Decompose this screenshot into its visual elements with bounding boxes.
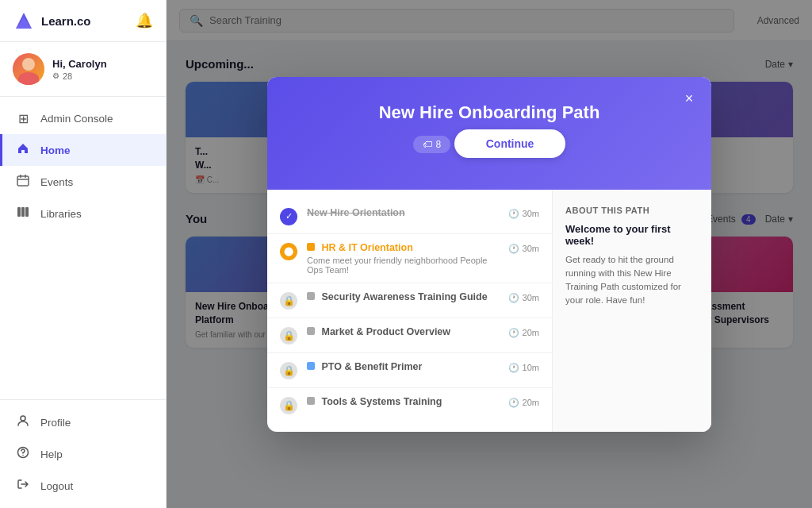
item-color-tag <box>307 362 315 370</box>
sidebar-item-home[interactable]: Home <box>0 134 166 166</box>
events-icon <box>15 174 31 190</box>
user-info: Hi, Carolyn ⚙ 28 <box>52 58 153 81</box>
sidebar-bottom-nav: Profile Help Logout <box>0 399 166 508</box>
modal-close-button[interactable]: × <box>678 88 700 110</box>
badge-count: 8 <box>436 139 442 150</box>
item-duration: 🕐 10m <box>508 363 539 373</box>
modal-badge: 🏷 8 <box>413 136 451 153</box>
logout-icon <box>15 478 31 494</box>
modal-body: ✓ New Hire Orientation 🕐 30m ⬤ <box>267 190 711 432</box>
svg-marker-1 <box>16 17 32 29</box>
user-greeting: Hi, Carolyn <box>52 58 153 70</box>
home-icon <box>15 142 31 158</box>
sidebar-item-label: Help <box>40 448 63 460</box>
libraries-icon <box>15 206 31 221</box>
sidebar-item-label: Home <box>40 144 71 156</box>
user-area: Hi, Carolyn ⚙ 28 <box>0 42 166 97</box>
profile-icon <box>15 414 31 430</box>
logo-icon <box>13 10 35 32</box>
tag-icon: 🏷 <box>423 139 432 150</box>
clock-icon: 🕐 <box>508 398 519 408</box>
modal: × New Hire Onboarding Path 🏷 8 Continue … <box>267 77 711 432</box>
main-content: 🔍 Advanced Upcoming... Date ▾ T...W... 📅… <box>167 0 812 508</box>
sidebar-item-label: Profile <box>40 417 71 429</box>
item-title: Security Awareness Training Guide <box>307 291 499 302</box>
aside-highlight: Welcome to your first week! <box>565 223 699 247</box>
list-item[interactable]: 🔒 Market & Product Overview 🕐 20m <box>267 318 552 353</box>
course-list: ✓ New Hire Orientation 🕐 30m ⬤ <box>267 190 553 432</box>
svg-point-8 <box>22 455 24 456</box>
locked-icon: 🔒 <box>280 327 297 344</box>
clock-icon: 🕐 <box>508 293 519 303</box>
item-content: Security Awareness Training Guide <box>307 291 499 305</box>
item-title: Tools & Systems Training <box>307 396 499 407</box>
modal-continue-button[interactable]: Continue <box>454 129 566 158</box>
clock-icon: 🕐 <box>508 363 519 373</box>
item-color-tag <box>307 327 315 335</box>
svg-rect-2 <box>17 176 29 186</box>
modal-aside: ABOUT THIS PATH Welcome to your first we… <box>553 190 711 432</box>
user-points: ⚙ 28 <box>52 71 153 81</box>
modal-title: New Hire Onboarding Path <box>286 102 692 123</box>
sidebar-item-help[interactable]: Help <box>0 438 166 470</box>
item-content: HR & IT Orientation Come meet your frien… <box>307 242 499 275</box>
item-title: PTO & Benefit Primer <box>307 361 499 372</box>
sidebar-item-libraries[interactable]: Libraries <box>0 198 166 229</box>
clock-icon: 🕐 <box>508 328 519 338</box>
sidebar-item-admin-console[interactable]: ⊞ Admin Console <box>0 103 166 134</box>
active-icon: ⬤ <box>280 243 297 260</box>
locked-icon: 🔒 <box>280 292 297 310</box>
clock-icon: 🕐 <box>508 244 519 254</box>
sidebar: Learn.co 🔔 Hi, Carolyn ⚙ 28 ⊞ Admin Cons… <box>0 0 167 508</box>
sidebar-item-label: Libraries <box>40 208 82 220</box>
item-duration: 🕐 30m <box>508 244 539 254</box>
modal-header: × New Hire Onboarding Path 🏷 8 Continue <box>267 77 711 190</box>
clock-icon: 🕐 <box>508 209 519 219</box>
main-nav: ⊞ Admin Console Home Events Libraries <box>0 97 166 399</box>
sidebar-header: Learn.co 🔔 <box>0 0 166 42</box>
modal-overlay[interactable]: × New Hire Onboarding Path 🏷 8 Continue … <box>167 0 812 508</box>
aside-text: Get ready to hit the ground running with… <box>565 253 699 308</box>
list-item[interactable]: ⬤ HR & IT Orientation Come meet your fri… <box>267 234 552 283</box>
aside-title: ABOUT THIS PATH <box>565 206 699 215</box>
locked-icon: 🔒 <box>280 362 297 379</box>
sidebar-item-label: Admin Console <box>40 113 113 125</box>
item-content: PTO & Benefit Primer <box>307 361 499 375</box>
svg-rect-5 <box>25 207 29 217</box>
item-duration: 🕐 20m <box>508 328 539 338</box>
sidebar-item-logout[interactable]: Logout <box>0 470 166 502</box>
item-duration: 🕐 30m <box>508 293 539 303</box>
list-item[interactable]: 🔒 Tools & Systems Training 🕐 20m <box>267 388 552 422</box>
svg-rect-4 <box>21 207 25 217</box>
avatar-image <box>13 53 44 85</box>
item-title: HR & IT Orientation <box>307 242 499 253</box>
completed-icon: ✓ <box>280 208 297 225</box>
item-content: Tools & Systems Training <box>307 396 499 410</box>
item-color-tag <box>307 397 315 405</box>
item-content: New Hire Orientation <box>307 207 499 221</box>
item-color-tag <box>307 243 315 251</box>
grid-icon: ⊞ <box>15 111 31 126</box>
list-item[interactable]: 🔒 PTO & Benefit Primer 🕐 10m <box>267 353 552 388</box>
sidebar-item-label: Events <box>40 176 73 188</box>
item-title: New Hire Orientation <box>307 207 499 218</box>
list-item[interactable]: ✓ New Hire Orientation 🕐 30m <box>267 199 552 234</box>
sidebar-item-profile[interactable]: Profile <box>0 406 166 438</box>
item-color-tag <box>307 292 315 300</box>
logo-text: Learn.co <box>41 14 91 28</box>
item-duration: 🕐 20m <box>508 398 539 408</box>
help-icon <box>15 446 31 462</box>
bell-icon[interactable]: 🔔 <box>136 12 153 29</box>
list-item[interactable]: 🔒 Security Awareness Training Guide 🕐 30… <box>267 283 552 318</box>
item-sub: Come meet your friendly neighborhood Peo… <box>307 256 499 275</box>
avatar <box>13 53 44 85</box>
sidebar-item-label: Logout <box>40 480 73 492</box>
gear-icon: ⚙ <box>52 71 59 80</box>
locked-icon: 🔒 <box>280 397 297 414</box>
svg-rect-3 <box>17 207 21 217</box>
sidebar-item-events[interactable]: Events <box>0 166 166 198</box>
svg-point-6 <box>21 416 25 421</box>
item-title: Market & Product Overview <box>307 326 499 337</box>
logo-area[interactable]: Learn.co <box>13 10 91 32</box>
item-content: Market & Product Overview <box>307 326 499 340</box>
